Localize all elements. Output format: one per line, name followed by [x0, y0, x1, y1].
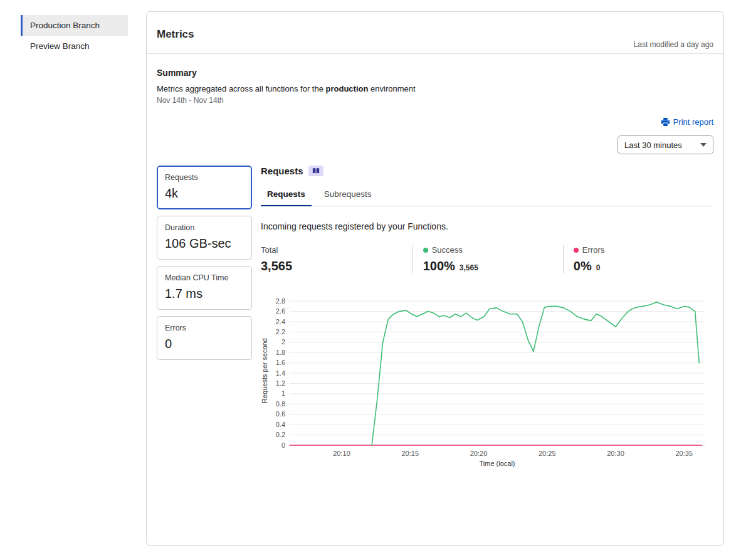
svg-text:0.8: 0.8 — [276, 400, 285, 408]
printer-icon — [661, 117, 670, 127]
summary-description-prefix: Metrics aggregated across all functions … — [157, 84, 326, 93]
metric-card-list: Requests 4k Duration 106 GB-sec Median C… — [157, 166, 252, 474]
stat-sub-value: 3,565 — [460, 263, 478, 272]
date-range: Nov 14th - Nov 14th — [157, 96, 713, 105]
page-title: Metrics — [157, 28, 713, 41]
stat-sub-value: 0 — [596, 263, 601, 272]
stat-label: Success — [432, 245, 463, 255]
requests-panel-title: Requests — [261, 166, 303, 176]
stat-errors: Errors 0% 0 — [563, 245, 713, 273]
print-report-link[interactable]: Print report — [661, 117, 713, 127]
last-modified-text: Last modified a day ago — [634, 40, 713, 49]
summary-section: Summary Metrics aggregated across all fu… — [147, 54, 723, 499]
tab-label: Requests — [267, 189, 305, 199]
svg-text:20:10: 20:10 — [333, 450, 350, 457]
svg-text:0.2: 0.2 — [276, 431, 285, 438]
svg-text:2.6: 2.6 — [276, 307, 285, 315]
metric-value: 106 GB-sec — [165, 236, 244, 251]
sidebar-item-production-branch[interactable]: Production Branch — [21, 15, 128, 36]
svg-text:1.8: 1.8 — [276, 349, 285, 356]
svg-text:Requests per second: Requests per second — [261, 338, 268, 403]
time-range-dropdown[interactable]: Last 30 minutes — [618, 135, 713, 154]
stat-success: Success 100% 3,565 — [413, 245, 563, 273]
metric-label: Median CPU Time — [165, 273, 244, 282]
requests-tabs: Requests Subrequests — [261, 184, 713, 206]
svg-text:20:25: 20:25 — [539, 450, 556, 457]
errors-dot-icon — [574, 248, 579, 253]
metric-card-median-cpu-time[interactable]: Median CPU Time 1.7 ms — [157, 266, 252, 310]
requests-panel: Requests Requests Subrequests In — [261, 166, 713, 474]
metrics-header: Metrics Last modified a day ago — [147, 12, 723, 54]
metric-label: Duration — [165, 223, 244, 232]
svg-text:20:35: 20:35 — [675, 450, 693, 457]
svg-text:1.2: 1.2 — [276, 379, 285, 387]
metric-value: 0 — [165, 337, 244, 351]
svg-text:20:15: 20:15 — [401, 450, 419, 457]
summary-title: Summary — [157, 68, 713, 78]
stat-label: Errors — [582, 245, 604, 255]
requests-stats: Total 3,565 Success 100% 3,56 — [261, 245, 713, 273]
summary-description: Metrics aggregated across all functions … — [157, 84, 713, 93]
svg-text:1: 1 — [281, 389, 285, 397]
print-report-label: Print report — [673, 117, 713, 127]
svg-text:2.2: 2.2 — [276, 328, 285, 335]
metric-card-duration[interactable]: Duration 106 GB-sec — [157, 216, 252, 260]
svg-text:2: 2 — [281, 338, 285, 346]
stat-value: 3,565 — [261, 259, 292, 273]
metric-value: 1.7 ms — [165, 287, 244, 301]
environment-name: production — [326, 84, 369, 93]
svg-text:0.6: 0.6 — [276, 410, 285, 418]
time-range-value: Last 30 minutes — [624, 140, 682, 150]
summary-description-suffix: environment — [368, 84, 415, 93]
chevron-down-icon — [700, 143, 707, 147]
branch-sidebar: Production Branch Preview Branch — [21, 15, 128, 56]
requests-chart: 00.20.40.60.811.21.41.61.822.22.42.62.82… — [261, 290, 713, 474]
metric-card-errors[interactable]: Errors 0 — [157, 316, 252, 360]
metric-value: 4k — [165, 186, 244, 201]
stat-value: 100% — [423, 259, 455, 273]
tab-subrequests[interactable]: Subrequests — [318, 184, 378, 206]
docs-icon[interactable] — [308, 166, 323, 176]
svg-text:20:30: 20:30 — [607, 450, 624, 457]
sidebar-item-label: Preview Branch — [30, 41, 90, 51]
requests-description: Incoming requests registered by your Fun… — [261, 221, 713, 231]
svg-text:1.4: 1.4 — [276, 369, 285, 377]
metric-card-requests[interactable]: Requests 4k — [157, 166, 252, 209]
success-dot-icon — [423, 248, 428, 253]
svg-text:2.8: 2.8 — [276, 297, 285, 305]
svg-text:0: 0 — [281, 441, 285, 449]
svg-text:Time (local): Time (local) — [479, 460, 515, 467]
svg-text:1.6: 1.6 — [276, 359, 285, 366]
tab-requests[interactable]: Requests — [261, 184, 312, 206]
stat-label: Total — [261, 245, 278, 255]
tab-label: Subrequests — [324, 189, 372, 199]
svg-text:0.4: 0.4 — [276, 421, 285, 428]
svg-text:20:20: 20:20 — [470, 450, 488, 457]
sidebar-item-label: Production Branch — [30, 21, 100, 30]
stat-value: 0% — [574, 259, 592, 273]
svg-text:2.4: 2.4 — [276, 318, 285, 325]
metric-label: Errors — [165, 324, 244, 332]
metric-label: Requests — [165, 173, 244, 182]
stat-total: Total 3,565 — [261, 245, 413, 273]
metrics-card: Metrics Last modified a day ago Summary … — [146, 11, 724, 546]
sidebar-item-preview-branch[interactable]: Preview Branch — [21, 36, 128, 56]
requests-chart-svg: 00.20.40.60.811.21.41.61.822.22.42.62.82… — [261, 290, 708, 472]
